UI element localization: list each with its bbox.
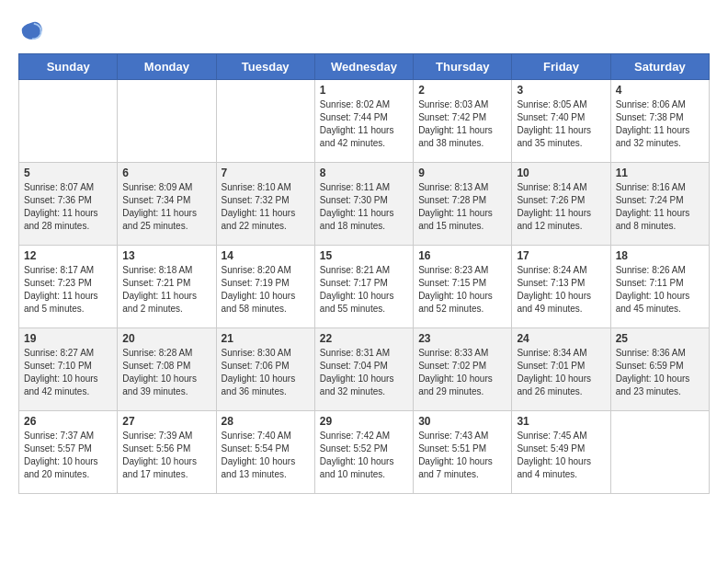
day-info: Sunrise: 8:06 AM Sunset: 7:38 PM Dayligh…	[616, 98, 704, 150]
day-number: 6	[122, 167, 210, 179]
day-info: Sunrise: 8:30 AM Sunset: 7:06 PM Dayligh…	[222, 347, 310, 398]
day-number: 4	[616, 84, 704, 97]
calendar-cell: 10Sunrise: 8:14 AM Sunset: 7:26 PM Dayli…	[512, 163, 610, 246]
weekday-header-row: SundayMondayTuesdayWednesdayThursdayFrid…	[19, 54, 710, 80]
day-number: 11	[616, 167, 704, 179]
calendar-week-row: 5Sunrise: 8:07 AM Sunset: 7:36 PM Daylig…	[19, 163, 710, 246]
day-info: Sunrise: 7:39 AM Sunset: 5:56 PM Dayligh…	[122, 430, 210, 481]
day-info: Sunrise: 8:26 AM Sunset: 7:11 PM Dayligh…	[616, 264, 704, 316]
day-info: Sunrise: 8:03 AM Sunset: 7:42 PM Dayligh…	[418, 98, 506, 150]
day-info: Sunrise: 7:42 AM Sunset: 5:52 PM Dayligh…	[320, 430, 408, 481]
day-number: 3	[517, 84, 605, 97]
day-number: 28	[222, 415, 310, 428]
day-number: 16	[418, 249, 506, 262]
calendar-cell: 3Sunrise: 8:05 AM Sunset: 7:40 PM Daylig…	[512, 80, 610, 163]
day-number: 27	[122, 415, 210, 428]
day-number: 2	[418, 84, 506, 97]
day-info: Sunrise: 8:28 AM Sunset: 7:08 PM Dayligh…	[122, 347, 210, 398]
day-number: 1	[320, 84, 408, 97]
day-info: Sunrise: 7:45 AM Sunset: 5:49 PM Dayligh…	[517, 430, 605, 481]
day-info: Sunrise: 8:09 AM Sunset: 7:34 PM Dayligh…	[122, 181, 210, 233]
day-info: Sunrise: 8:18 AM Sunset: 7:21 PM Dayligh…	[122, 264, 210, 316]
weekday-header-tuesday: Tuesday	[216, 54, 314, 80]
day-info: Sunrise: 8:13 AM Sunset: 7:28 PM Dayligh…	[418, 181, 506, 233]
calendar-cell: 11Sunrise: 8:16 AM Sunset: 7:24 PM Dayli…	[610, 163, 709, 246]
logo	[18, 18, 48, 44]
day-info: Sunrise: 8:16 AM Sunset: 7:24 PM Dayligh…	[616, 181, 704, 233]
calendar-cell: 19Sunrise: 8:27 AM Sunset: 7:10 PM Dayli…	[19, 328, 118, 411]
day-number: 14	[222, 249, 310, 262]
day-number: 25	[616, 332, 704, 345]
calendar-cell: 20Sunrise: 8:28 AM Sunset: 7:08 PM Dayli…	[118, 328, 216, 411]
calendar-cell: 27Sunrise: 7:39 AM Sunset: 5:56 PM Dayli…	[118, 411, 216, 494]
calendar-cell	[118, 80, 216, 163]
calendar-cell: 5Sunrise: 8:07 AM Sunset: 7:36 PM Daylig…	[19, 163, 118, 246]
calendar-cell: 21Sunrise: 8:30 AM Sunset: 7:06 PM Dayli…	[216, 328, 314, 411]
day-info: Sunrise: 8:17 AM Sunset: 7:23 PM Dayligh…	[24, 264, 112, 316]
day-number: 24	[517, 332, 605, 345]
day-info: Sunrise: 8:23 AM Sunset: 7:15 PM Dayligh…	[418, 264, 506, 316]
calendar-cell: 23Sunrise: 8:33 AM Sunset: 7:02 PM Dayli…	[414, 328, 512, 411]
day-number: 10	[517, 167, 605, 179]
page-header	[18, 18, 710, 44]
weekday-header-monday: Monday	[118, 54, 216, 80]
calendar-cell: 1Sunrise: 8:02 AM Sunset: 7:44 PM Daylig…	[314, 80, 413, 163]
day-number: 17	[517, 249, 605, 262]
calendar-week-row: 19Sunrise: 8:27 AM Sunset: 7:10 PM Dayli…	[19, 328, 710, 411]
calendar-cell: 24Sunrise: 8:34 AM Sunset: 7:01 PM Dayli…	[512, 328, 610, 411]
calendar-week-row: 1Sunrise: 8:02 AM Sunset: 7:44 PM Daylig…	[19, 80, 710, 163]
day-info: Sunrise: 8:05 AM Sunset: 7:40 PM Dayligh…	[517, 98, 605, 150]
calendar-cell	[19, 80, 118, 163]
day-number: 22	[320, 332, 408, 345]
calendar-cell: 17Sunrise: 8:24 AM Sunset: 7:13 PM Dayli…	[512, 246, 610, 328]
calendar-cell: 30Sunrise: 7:43 AM Sunset: 5:51 PM Dayli…	[414, 411, 512, 494]
calendar-cell: 31Sunrise: 7:45 AM Sunset: 5:49 PM Dayli…	[512, 411, 610, 494]
weekday-header-wednesday: Wednesday	[314, 54, 413, 80]
day-info: Sunrise: 8:27 AM Sunset: 7:10 PM Dayligh…	[24, 347, 112, 398]
calendar-cell: 29Sunrise: 7:42 AM Sunset: 5:52 PM Dayli…	[314, 411, 413, 494]
calendar-cell: 7Sunrise: 8:10 AM Sunset: 7:32 PM Daylig…	[216, 163, 314, 246]
calendar-cell: 25Sunrise: 8:36 AM Sunset: 6:59 PM Dayli…	[610, 328, 709, 411]
day-number: 31	[517, 415, 605, 428]
day-info: Sunrise: 8:31 AM Sunset: 7:04 PM Dayligh…	[320, 347, 408, 398]
day-number: 13	[122, 249, 210, 262]
day-number: 26	[24, 415, 112, 428]
day-info: Sunrise: 8:07 AM Sunset: 7:36 PM Dayligh…	[24, 181, 112, 233]
calendar-week-row: 26Sunrise: 7:37 AM Sunset: 5:57 PM Dayli…	[19, 411, 710, 494]
day-number: 19	[24, 332, 112, 345]
calendar-cell: 14Sunrise: 8:20 AM Sunset: 7:19 PM Dayli…	[216, 246, 314, 328]
calendar-cell	[610, 411, 709, 494]
day-number: 7	[222, 167, 310, 179]
day-number: 20	[122, 332, 210, 345]
day-info: Sunrise: 8:20 AM Sunset: 7:19 PM Dayligh…	[222, 264, 310, 316]
calendar-cell: 8Sunrise: 8:11 AM Sunset: 7:30 PM Daylig…	[314, 163, 413, 246]
calendar-cell: 28Sunrise: 7:40 AM Sunset: 5:54 PM Dayli…	[216, 411, 314, 494]
day-info: Sunrise: 7:40 AM Sunset: 5:54 PM Dayligh…	[222, 430, 310, 481]
day-info: Sunrise: 7:43 AM Sunset: 5:51 PM Dayligh…	[418, 430, 506, 481]
logo-icon	[18, 18, 44, 44]
calendar-cell: 18Sunrise: 8:26 AM Sunset: 7:11 PM Dayli…	[610, 246, 709, 328]
calendar-cell: 6Sunrise: 8:09 AM Sunset: 7:34 PM Daylig…	[118, 163, 216, 246]
calendar-cell: 13Sunrise: 8:18 AM Sunset: 7:21 PM Dayli…	[118, 246, 216, 328]
day-number: 15	[320, 249, 408, 262]
day-info: Sunrise: 8:10 AM Sunset: 7:32 PM Dayligh…	[222, 181, 310, 233]
day-number: 12	[24, 249, 112, 262]
day-number: 8	[320, 167, 408, 179]
calendar-cell: 15Sunrise: 8:21 AM Sunset: 7:17 PM Dayli…	[314, 246, 413, 328]
day-info: Sunrise: 8:21 AM Sunset: 7:17 PM Dayligh…	[320, 264, 408, 316]
calendar-table: SundayMondayTuesdayWednesdayThursdayFrid…	[18, 53, 710, 494]
calendar-cell: 4Sunrise: 8:06 AM Sunset: 7:38 PM Daylig…	[610, 80, 709, 163]
day-info: Sunrise: 8:11 AM Sunset: 7:30 PM Dayligh…	[320, 181, 408, 233]
day-number: 21	[222, 332, 310, 345]
day-number: 29	[320, 415, 408, 428]
calendar-cell: 2Sunrise: 8:03 AM Sunset: 7:42 PM Daylig…	[414, 80, 512, 163]
day-number: 5	[24, 167, 112, 179]
day-info: Sunrise: 8:36 AM Sunset: 6:59 PM Dayligh…	[616, 347, 704, 398]
day-info: Sunrise: 8:02 AM Sunset: 7:44 PM Dayligh…	[320, 98, 408, 150]
weekday-header-thursday: Thursday	[414, 54, 512, 80]
calendar-week-row: 12Sunrise: 8:17 AM Sunset: 7:23 PM Dayli…	[19, 246, 710, 328]
day-info: Sunrise: 8:33 AM Sunset: 7:02 PM Dayligh…	[418, 347, 506, 398]
weekday-header-saturday: Saturday	[610, 54, 709, 80]
calendar-cell: 16Sunrise: 8:23 AM Sunset: 7:15 PM Dayli…	[414, 246, 512, 328]
calendar-cell: 12Sunrise: 8:17 AM Sunset: 7:23 PM Dayli…	[19, 246, 118, 328]
